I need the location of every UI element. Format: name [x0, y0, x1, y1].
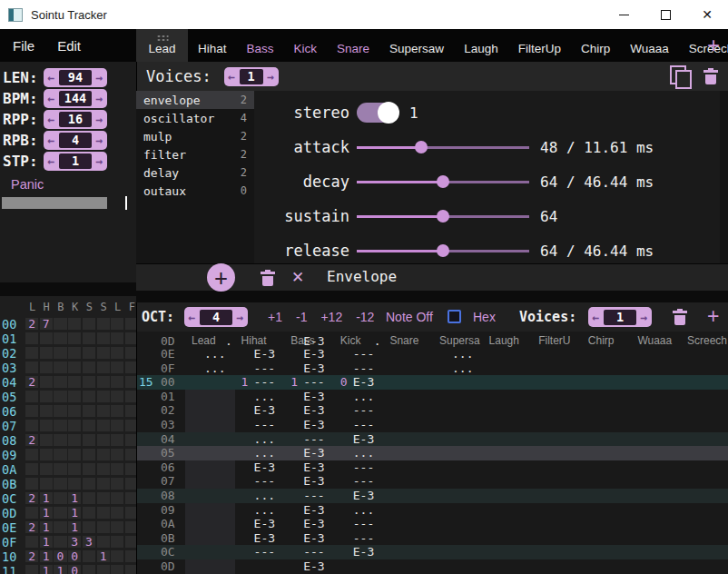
order-cell[interactable]: [111, 565, 123, 574]
order-cell[interactable]: [54, 318, 66, 330]
order-cell[interactable]: [54, 478, 66, 490]
stp-decrement-arrow[interactable]: ←: [44, 154, 59, 168]
order-cell[interactable]: [83, 332, 95, 344]
order-cell[interactable]: [125, 361, 136, 373]
order-cell[interactable]: [54, 492, 66, 504]
order-cell[interactable]: [125, 405, 136, 417]
order-cell[interactable]: [125, 332, 136, 344]
order-cell[interactable]: [25, 361, 38, 373]
order-cell[interactable]: [83, 478, 95, 490]
release-slider[interactable]: [357, 243, 529, 258]
instrument-voices-decrement-arrow[interactable]: ←: [224, 70, 240, 84]
menu-edit[interactable]: Edit: [57, 38, 81, 54]
delete-unit-icon[interactable]: [261, 270, 275, 286]
order-cell[interactable]: [83, 391, 95, 402]
note-cell[interactable]: E-3: [303, 403, 324, 418]
add-instrument-button[interactable]: +: [707, 29, 720, 62]
order-cell[interactable]: [125, 507, 136, 519]
note-cell[interactable]: ...: [353, 446, 374, 460]
order-cell[interactable]: [111, 420, 123, 431]
note-cell[interactable]: ...: [204, 361, 225, 376]
tab-supersaw[interactable]: Supersaw: [379, 29, 454, 62]
order-cell[interactable]: [97, 565, 110, 574]
order-cell[interactable]: [40, 449, 53, 460]
order-cell[interactable]: [125, 565, 136, 574]
order-cell[interactable]: [83, 521, 95, 533]
order-cell[interactable]: [83, 492, 95, 504]
order-cell[interactable]: [68, 332, 81, 344]
decay-slider[interactable]: [357, 174, 529, 189]
order-cell[interactable]: [40, 405, 53, 417]
stereo-toggle[interactable]: [357, 103, 398, 123]
menu-file[interactable]: File: [13, 38, 34, 54]
tab-hihat[interactable]: Hihat: [188, 29, 237, 62]
order-cell[interactable]: [54, 463, 66, 475]
note-cell[interactable]: ---: [254, 474, 275, 489]
unit-scrollbar[interactable]: [720, 91, 728, 291]
note-cell[interactable]: ---: [303, 545, 324, 559]
order-cell[interactable]: [25, 507, 38, 519]
delete-instrument-icon[interactable]: [703, 68, 718, 84]
note-cell[interactable]: ...: [254, 432, 275, 447]
order-cell[interactable]: [68, 449, 81, 460]
order-cell[interactable]: [111, 318, 123, 330]
order-cell[interactable]: [68, 405, 81, 417]
order-cell[interactable]: [40, 420, 53, 431]
order-cell[interactable]: [111, 550, 123, 562]
delete-track-icon[interactable]: [673, 309, 687, 325]
note-cell[interactable]: E-3: [303, 347, 324, 361]
order-cell[interactable]: [54, 420, 66, 431]
note-cell[interactable]: E-3: [303, 531, 324, 546]
order-cell[interactable]: [25, 565, 38, 574]
note-cell[interactable]: ---: [303, 489, 324, 503]
order-cell[interactable]: [68, 434, 81, 446]
order-cell[interactable]: [40, 463, 53, 475]
order-cell[interactable]: [54, 507, 66, 519]
note-cell[interactable]: ...: [353, 390, 374, 404]
order-cell[interactable]: [97, 347, 110, 359]
note-cell[interactable]: ...: [452, 361, 473, 376]
order-cell[interactable]: [68, 420, 81, 431]
order-cell[interactable]: [68, 478, 81, 490]
order-cell[interactable]: [54, 434, 66, 446]
note-cell[interactable]: E-3: [254, 403, 275, 418]
transpose-minus12[interactable]: -12: [356, 310, 374, 324]
note-off-button[interactable]: Note Off: [386, 310, 433, 324]
bpm-decrement-arrow[interactable]: ←: [44, 92, 59, 105]
order-cell[interactable]: [125, 391, 136, 402]
unit-row-envelope[interactable]: envelope2: [136, 91, 254, 109]
note-cell[interactable]: ...: [254, 503, 275, 518]
order-cell[interactable]: [97, 507, 110, 519]
order-cell[interactable]: [111, 536, 123, 548]
transpose-plus12[interactable]: +12: [320, 310, 342, 324]
order-cell[interactable]: [68, 318, 81, 330]
order-cell[interactable]: [111, 492, 123, 504]
order-cell[interactable]: [54, 376, 66, 388]
slider-knob[interactable]: [415, 141, 428, 153]
order-cell[interactable]: [68, 347, 81, 359]
order-cell[interactable]: [111, 391, 123, 402]
tab-wuaaa[interactable]: Wuaaa: [620, 29, 679, 62]
order-cell[interactable]: [83, 361, 95, 373]
order-cell[interactable]: [111, 405, 123, 417]
track-voices-decrement-arrow[interactable]: ←: [588, 311, 604, 324]
unit-row-filter[interactable]: filter2: [136, 145, 254, 163]
order-cell[interactable]: [83, 550, 95, 562]
order-cell[interactable]: [83, 449, 95, 460]
rpb-decrement-arrow[interactable]: ←: [44, 134, 59, 147]
order-cell[interactable]: [54, 405, 66, 417]
note-cell[interactable]: ...: [353, 503, 374, 518]
note-cell[interactable]: E-3: [254, 460, 275, 475]
note-cell[interactable]: ...: [254, 390, 275, 404]
note-cell[interactable]: ...: [254, 489, 275, 503]
order-cell[interactable]: [125, 347, 136, 359]
order-cell[interactable]: [83, 507, 95, 519]
order-cell[interactable]: [125, 434, 136, 446]
order-cell[interactable]: [97, 492, 110, 504]
octave-decrement-arrow[interactable]: ←: [184, 311, 200, 324]
slider-knob[interactable]: [437, 244, 449, 257]
order-cell[interactable]: [68, 391, 81, 402]
note-cell[interactable]: ---: [353, 531, 374, 546]
unit-row-delay[interactable]: delay2: [136, 163, 254, 182]
unit-row-mulp[interactable]: mulp2: [136, 127, 254, 145]
